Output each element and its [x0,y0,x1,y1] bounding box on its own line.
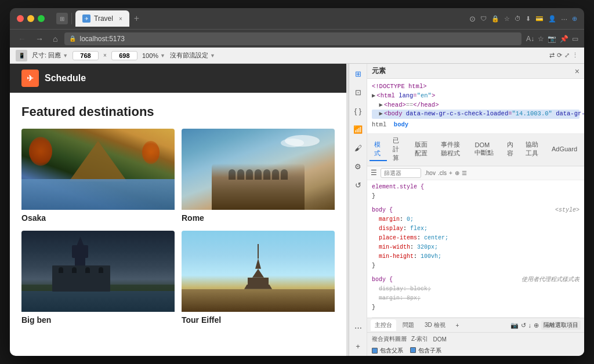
dom-option[interactable]: DOM [433,336,446,343]
browser-icon-download: ⬇ [526,15,531,23]
browser-viewport[interactable]: ✈ Schedule Featured destinations [10,64,346,356]
ground [182,289,335,312]
close-button[interactable] [17,15,24,22]
responsive-toolbar: 📱 尺寸: 回應 ▼ 768 × 698 100% ▼ 沒有節流設定 ▼ ⇄ ⟳… [10,48,584,64]
bookmark-icon[interactable]: ☆ [538,35,544,43]
plus-sidebar-icon[interactable]: + [353,341,363,351]
bottom-content: 複合資料圖層 Z-索引 DOM [367,333,584,345]
refresh-sidebar-icon[interactable]: ↺ [353,180,363,190]
layout-icon[interactable]: ☰ [462,170,467,176]
tab-layout[interactable]: 版面配置 [410,138,435,161]
isolate-label[interactable]: 隔離選取項目 [541,321,581,330]
home-button[interactable]: ⌂ [50,33,60,45]
arch-7 [281,169,288,180]
tab-accessibility[interactable]: 協助工具 [521,138,546,161]
featured-destinations-title: Featured destinations [21,104,335,119]
page-content: Featured destinations [10,93,346,337]
bottom-tab-3d[interactable]: 3D 檢視 [421,319,450,331]
settings-sidebar-icon[interactable]: ⚙ [353,161,363,172]
zoom-control[interactable]: 100% ▼ [142,52,165,59]
network-sidebar-icon[interactable]: ⊡ [353,87,363,97]
water-reflection [21,179,175,210]
tab-dombreakpoints[interactable]: DOM 中斷點 [470,139,501,161]
arch-4 [255,169,262,180]
foliage-left [29,137,52,166]
address-bar[interactable]: 🔒 localhost:5173 [64,32,521,45]
tab-eventlisteners[interactable]: 事件接聽程式 [436,138,469,161]
hover-toggle[interactable]: .hov [425,170,436,176]
filter-icon: ☰ [371,169,377,177]
eiffel-spire [258,244,259,259]
destination-card-bigben[interactable]: Big ben [21,231,175,326]
tab-computed[interactable]: 已計算 [388,134,409,166]
eiffel-base [244,285,272,289]
tab-adguard[interactable]: AdGuard [547,143,582,156]
include-child-checkbox-wrapper [410,347,416,354]
bottom-tab-console[interactable]: 主控台 [371,319,396,331]
rome-bg [182,129,335,210]
forward-button[interactable]: → [33,33,46,45]
include-child-label: 包含子系 [418,347,441,355]
eiffel-top [255,259,261,269]
export-icon: ↓ [528,322,532,329]
devtools-close-button[interactable]: × [575,67,579,76]
more-sidebar-icon[interactable]: ⋯ [353,322,363,333]
css-filter-row: ☰ .hov .cls + ⊕ ☰ [367,166,584,180]
destination-card-rome[interactable]: Rome [182,129,335,224]
translate-icon: A↓ [526,35,534,43]
width-input[interactable]: 768 [73,51,99,60]
browser-icon-opera: ⊙ [469,14,476,23]
tab-styles[interactable]: 模式 [370,138,387,161]
tab-close-button[interactable]: × [119,16,122,22]
z-index-option[interactable]: Z-索引 [411,335,428,343]
browser-icon-profile: 👤 [548,15,556,23]
brush-sidebar-icon[interactable]: 🖌 [353,143,363,153]
html-tree: <!DOCTYPE html> ▶<html lang="en"> ▶<head… [367,79,584,134]
active-tab[interactable]: ✈ Travel × [75,10,129,27]
arch-1 [229,169,236,180]
browser-menu-button[interactable]: ··· [561,14,567,23]
back-button[interactable]: ← [16,33,28,45]
title-bar: ⊞ ✈ Travel × + ⊙ 🛡 🔒 ☆ ⏱ ⬇ 💳 👤 ··· ⊕ [10,8,584,29]
throttle-control[interactable]: 沒有節流設定 ▼ [170,51,215,60]
osaka-bg [21,129,175,210]
wifi-sidebar-icon[interactable]: 📶 [353,124,363,134]
dropdown-arrow: ▼ [63,53,68,59]
css-disabled-margin: margin: 8px; [379,295,421,301]
css-filter-input[interactable] [381,168,421,178]
add-icon-button[interactable]: ⊕ [455,170,459,176]
html-doctype: <!DOCTYPE html> [372,82,579,92]
tab-properties[interactable]: 內容 [502,138,520,161]
pw-2 [72,267,77,273]
destination-image-bigben [21,231,175,312]
destination-card-osaka[interactable]: Osaka [21,129,175,224]
bottom-tab-issues[interactable]: 問題 [399,319,418,331]
colosseum-shape [212,163,305,210]
devtools-title: 元素 [372,66,386,76]
add-icon: ⊕ [534,322,539,329]
sources-sidebar-icon[interactable]: { } [353,105,363,116]
rotate-icon: ⟳ [557,52,562,59]
html-body-selected[interactable]: ▶<body data-new-gr-c-s-check-loaded="14.… [372,110,579,119]
water [21,291,175,312]
devtools-header: 元素 × [367,64,584,79]
elements-sidebar-icon[interactable]: ⊞ [353,68,363,79]
height-input[interactable]: 698 [111,51,137,60]
eiffel-middle [252,269,264,278]
layer-option[interactable]: 複合資料圖層 [372,335,407,343]
colosseum-arches [212,163,305,180]
minimize-button[interactable] [27,15,34,22]
maximize-button[interactable] [38,15,45,22]
new-tab-button[interactable]: + [134,13,139,24]
cls-toggle[interactable]: .cls [438,170,447,176]
css-filter-options: .hov .cls + ⊕ ☰ [425,170,467,176]
add-rule-button[interactable]: + [449,170,452,176]
bigben-bg [21,231,175,312]
browser-icon-shield: 🛡 [480,15,487,22]
bottom-tab-add[interactable]: + [452,321,463,330]
eiffel-bg [182,231,335,312]
devtools-tabs: 模式 已計算 版面配置 事件接聽程式 DOM 中斷點 內容 協助工具 AdGua… [367,134,584,166]
include-child-checkbox[interactable] [410,347,416,353]
destination-card-eiffel[interactable]: Tour Eiffel [182,231,335,326]
include-parent-checkbox[interactable] [372,348,378,354]
